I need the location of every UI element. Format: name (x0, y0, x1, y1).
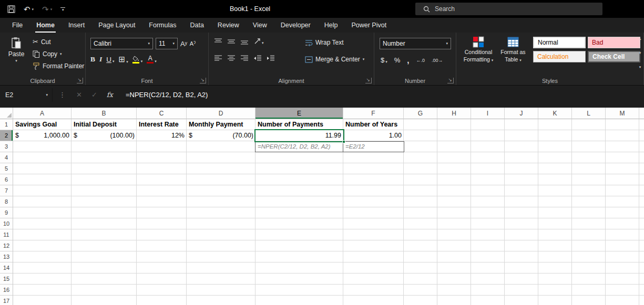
row-header-12[interactable]: 12 (0, 240, 13, 251)
row-header-7[interactable]: 7 (0, 185, 13, 196)
sheet-grid[interactable]: Savings Goal Initial Deposit Interest Ra… (13, 119, 644, 305)
row-header-4[interactable]: 4 (0, 152, 13, 163)
styles-scroll-up-icon[interactable]: ▴ (639, 37, 641, 41)
decrease-indent-icon[interactable] (253, 55, 262, 62)
tab-help[interactable]: Help (318, 18, 345, 33)
top-align-icon[interactable] (214, 38, 222, 45)
increase-indent-icon[interactable] (267, 55, 275, 62)
tab-power-pivot[interactable]: Power Pivot (344, 18, 393, 33)
font-dialog-launcher[interactable]: ↘ (200, 78, 206, 83)
row-header-3[interactable]: 3 (0, 141, 13, 152)
column-header-e[interactable]: E (255, 108, 343, 119)
cell-c1[interactable]: Interest Rate (137, 119, 187, 130)
style-check-cell[interactable]: Check Cell (588, 51, 640, 62)
percent-style-button[interactable]: % (394, 56, 401, 64)
column-header-b[interactable]: B (71, 108, 137, 119)
row-header-13[interactable]: 13 (0, 251, 13, 262)
format-as-table-button[interactable]: Format as Table ▾ (497, 36, 529, 64)
accounting-dropdown-icon[interactable]: ▾ (385, 60, 387, 64)
tab-file[interactable]: File (5, 18, 29, 33)
cell-a2[interactable]: $ 1,000.00 (13, 130, 71, 141)
row-header-16[interactable]: 16 (0, 285, 13, 296)
wrap-text-button[interactable]: Wrap Text (305, 39, 344, 46)
alignment-dialog-launcher[interactable]: ↘ (365, 78, 372, 83)
bottom-align-icon[interactable] (240, 38, 249, 45)
align-center-icon[interactable] (227, 55, 236, 62)
column-header-i[interactable]: I (471, 108, 505, 119)
paste-dropdown-icon[interactable]: ▾ (15, 59, 17, 63)
style-bad[interactable]: Bad (588, 37, 640, 48)
conditional-formatting-button[interactable]: Conditional Formatting ▾ (462, 36, 495, 64)
bold-button[interactable]: B (90, 55, 95, 64)
merge-center-button[interactable]: Merge & Center ▾ (305, 56, 364, 63)
italic-button[interactable]: I (99, 55, 102, 64)
undo-dropdown-icon[interactable]: ▾ (32, 7, 34, 11)
row-header-1[interactable]: 1 (0, 119, 13, 130)
undo-button[interactable]: ↶▾ (24, 5, 34, 13)
column-header-h[interactable]: H (437, 108, 471, 119)
underline-button[interactable]: U▾ (106, 56, 114, 64)
save-icon[interactable] (7, 5, 15, 13)
align-right-icon[interactable] (240, 55, 249, 62)
column-header-a[interactable]: A (13, 108, 71, 119)
number-dialog-launcher[interactable]: ↘ (447, 78, 454, 83)
orientation-dropdown-icon[interactable]: ▾ (262, 41, 264, 45)
select-all-button[interactable] (0, 108, 13, 119)
row-header-17[interactable]: 17 (0, 296, 13, 305)
cell-e1[interactable]: Number of Payments (255, 119, 343, 130)
increase-font-size-button[interactable]: Aʸ (180, 40, 187, 48)
font-color-dropdown-icon[interactable]: ▾ (155, 59, 157, 64)
name-box-dropdown-icon[interactable]: ▾ (46, 93, 48, 97)
row-header-2[interactable]: 2 (0, 130, 13, 141)
number-format-dropdown-icon[interactable]: ▾ (446, 41, 448, 46)
format-painter-button[interactable]: Format Painter (33, 62, 84, 70)
row-header-6[interactable]: 6 (0, 174, 13, 185)
conditional-formatting-dropdown-icon[interactable]: ▾ (492, 58, 494, 62)
font-name-dropdown-icon[interactable]: ▾ (148, 41, 150, 46)
font-color-button[interactable]: A ▾ (147, 56, 157, 64)
copy-button[interactable]: Copy ▾ (33, 50, 84, 58)
copy-dropdown-icon[interactable]: ▾ (60, 52, 62, 56)
row-header-15[interactable]: 15 (0, 274, 13, 285)
middle-align-icon[interactable] (227, 38, 236, 45)
search-input[interactable]: Search (415, 3, 602, 15)
orientation-button[interactable]: ▾ (253, 38, 264, 45)
formula-bar-dots-icon[interactable]: ⋮ (59, 91, 66, 99)
cell-f3-formula-note[interactable]: =E2/12 (343, 141, 404, 152)
styles-scroll-down-icon[interactable]: ▾ (639, 51, 641, 55)
column-header-j[interactable]: J (505, 108, 538, 119)
column-header-d[interactable]: D (187, 108, 255, 119)
column-header-g[interactable]: G (404, 108, 437, 119)
decrease-font-size-button[interactable]: Aˀ (190, 40, 196, 47)
customize-quick-access-toolbar-button[interactable]: ▾ (60, 7, 65, 11)
borders-button[interactable]: ⊞▾ (119, 55, 128, 64)
underline-dropdown-icon[interactable]: ▾ (113, 59, 115, 64)
cell-e3-formula-note[interactable]: =NPER(C2/12, D2, B2, A2) (255, 141, 344, 152)
borders-dropdown-icon[interactable]: ▾ (126, 60, 128, 64)
cell-d2[interactable]: $ (70.00) (187, 130, 255, 141)
merge-center-dropdown-icon[interactable]: ▾ (363, 57, 365, 61)
font-size-combo[interactable]: 11▾ (156, 38, 178, 49)
name-box[interactable]: E2 ▾ (0, 88, 53, 102)
tab-formulas[interactable]: Formulas (142, 18, 183, 33)
column-header-f[interactable]: F (343, 108, 404, 119)
cell-f2[interactable]: 1.00 (343, 130, 404, 141)
cell-c2[interactable]: 12% (137, 130, 187, 141)
decrease-decimal-button[interactable]: .00→ (432, 58, 443, 63)
paste-button[interactable]: Paste ▾ (4, 37, 28, 63)
style-normal[interactable]: Normal (533, 37, 586, 48)
row-header-5[interactable]: 5 (0, 163, 13, 174)
tab-data[interactable]: Data (183, 18, 210, 33)
styles-more-icon[interactable]: ▾ (639, 65, 641, 69)
fill-handle[interactable] (342, 140, 345, 143)
number-format-combo[interactable]: Number ▾ (380, 38, 451, 49)
font-name-combo[interactable]: Calibri▾ (90, 38, 153, 49)
row-header-8[interactable]: 8 (0, 196, 13, 207)
insert-function-icon[interactable]: fx (107, 91, 113, 99)
cell-b2[interactable]: $ (100.00) (71, 130, 137, 141)
format-as-table-dropdown-icon[interactable]: ▾ (519, 58, 522, 62)
clipboard-dialog-launcher[interactable]: ↘ (77, 78, 83, 83)
cut-button[interactable]: ✂ Cut (33, 38, 84, 46)
fill-color-dropdown-icon[interactable]: ▾ (141, 59, 143, 64)
tab-view[interactable]: View (246, 18, 274, 33)
